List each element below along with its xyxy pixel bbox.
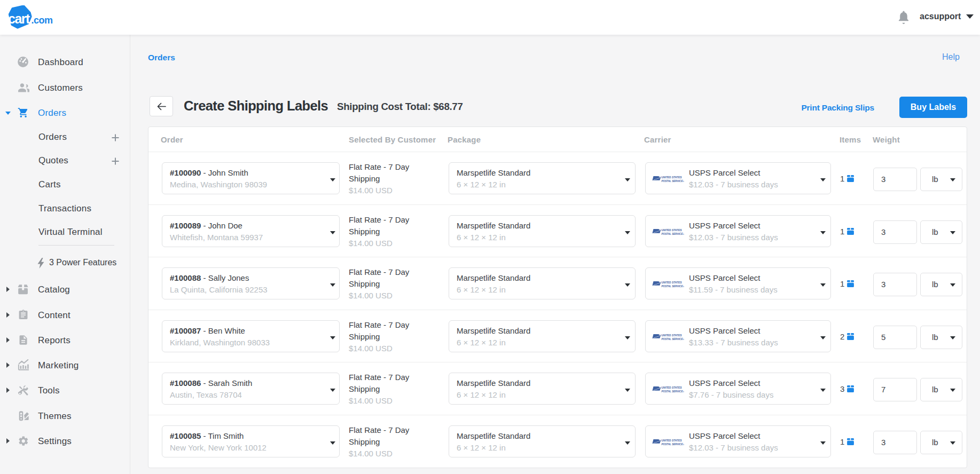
svg-text:UNITED STATES: UNITED STATES	[662, 176, 682, 179]
svg-text:POSTAL SERVICE: POSTAL SERVICE	[662, 179, 683, 183]
svg-text:POSTAL SERVICE: POSTAL SERVICE	[662, 285, 683, 288]
svg-text:UNITED STATES: UNITED STATES	[662, 228, 682, 232]
svg-text:UNITED STATES: UNITED STATES	[662, 439, 682, 442]
svg-text:UNITED STATES: UNITED STATES	[662, 386, 682, 389]
svg-text:POSTAL SERVICE: POSTAL SERVICE	[662, 390, 683, 393]
svg-text:.com: .com	[32, 15, 53, 26]
svg-text:POSTAL SERVICE: POSTAL SERVICE	[662, 443, 683, 446]
svg-text:UNITED STATES: UNITED STATES	[662, 281, 682, 284]
svg-text:cart: cart	[9, 11, 30, 26]
svg-text:POSTAL SERVICE: POSTAL SERVICE	[662, 337, 683, 340]
svg-text:UNITED STATES: UNITED STATES	[662, 334, 682, 337]
svg-text:POSTAL SERVICE: POSTAL SERVICE	[662, 232, 683, 235]
